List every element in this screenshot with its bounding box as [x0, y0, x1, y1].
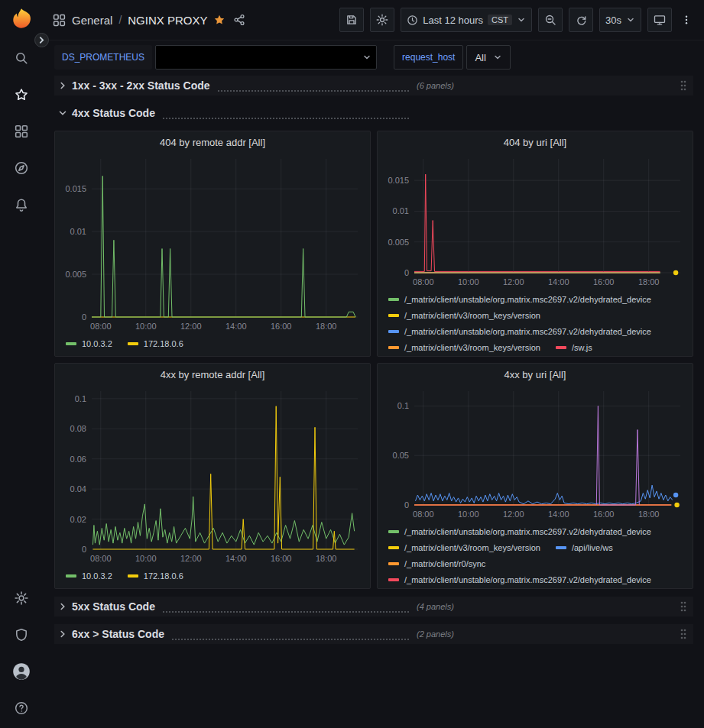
panel-title[interactable]: 4xx by uri [All]	[382, 364, 688, 385]
apps-grid-icon	[53, 14, 66, 27]
row-4xx[interactable]: 4xx Status Code	[54, 103, 693, 123]
chevron-down-icon	[517, 15, 526, 24]
timeseries-chart[interactable]: 00.0050.010.01508:0010:0012:0014:0016:00…	[60, 153, 365, 335]
variable-value-ds-prometheus[interactable]	[155, 45, 377, 70]
more-options-button[interactable]	[678, 8, 695, 32]
timeseries-chart[interactable]: 00.020.040.060.080.108:0010:0012:0014:00…	[60, 385, 365, 568]
save-dashboard-button[interactable]	[339, 8, 364, 32]
sidebar-item-alerting[interactable]	[0, 186, 42, 223]
row-6xx[interactable]: 6xx > Status Code (2 panels)	[54, 624, 693, 644]
legend-item[interactable]: /_matrix/client/r0/sync	[388, 558, 485, 570]
variable-value-request-host[interactable]: All	[466, 45, 510, 70]
legend-color-mark	[388, 530, 399, 533]
svg-text:12:00: 12:00	[503, 277, 524, 286]
sidebar-item-help[interactable]	[0, 690, 42, 726]
breadcrumb-folder[interactable]: General	[72, 14, 112, 27]
breadcrumb: General / NGINX PROXY	[53, 14, 245, 27]
variable-label-ds-prometheus[interactable]: DS_PROMETHEUS	[54, 45, 152, 70]
refresh-button[interactable]	[569, 8, 593, 32]
chart-legend: 10.0.3.2172.18.0.6	[60, 568, 365, 587]
row-title: 4xx Status Code	[72, 107, 155, 119]
legend-color-mark	[388, 298, 399, 301]
grafana-logo[interactable]	[0, 0, 42, 40]
legend-item[interactable]: /_matrix/client/v3/room_keys/version	[388, 309, 540, 322]
help-icon	[15, 701, 28, 715]
legend-item[interactable]: /_matrix/client/v3/room_keys/version	[388, 341, 540, 354]
dashboard-settings-button[interactable]	[370, 8, 394, 32]
panel-title[interactable]: 404 by uri [All]	[382, 131, 688, 153]
time-range-label: Last 12 hours	[423, 15, 483, 26]
time-range-picker[interactable]: Last 12 hours CST	[401, 8, 532, 32]
legend-item[interactable]: /sw.js	[556, 341, 592, 354]
variable-label-request-host[interactable]: request_host	[394, 45, 463, 70]
drag-handle[interactable]	[680, 79, 687, 92]
legend-item[interactable]: 10.0.3.2	[66, 570, 112, 582]
timeseries-chart[interactable]: 00.050.108:0010:0012:0014:0016:0018:00	[382, 385, 688, 523]
panel-title[interactable]: 404 by remote addr [All]	[60, 131, 365, 153]
legend-color-mark	[388, 546, 399, 549]
refresh-interval-label: 30s	[605, 15, 621, 26]
variables-bar: DS_PROMETHEUS request_host All	[42, 40, 704, 74]
legend-color-mark	[128, 574, 138, 578]
svg-text:18:00: 18:00	[638, 277, 660, 286]
legend-item[interactable]: /_matrix/client/unstable/org.matrix.msc2…	[388, 574, 651, 586]
legend-label: /_matrix/client/r0/sync	[404, 558, 485, 570]
drag-handle[interactable]	[680, 600, 687, 613]
legend-label: /_matrix/client/unstable/org.matrix.msc2…	[404, 574, 651, 586]
legend-item[interactable]: /_matrix/client/v3/room_keys/version	[388, 542, 540, 554]
legend-item[interactable]: /_matrix/client/unstable/org.matrix.msc2…	[388, 325, 651, 338]
sidebar-item-dashboards[interactable]	[0, 113, 42, 150]
legend-item[interactable]: 172.18.0.6	[128, 570, 183, 582]
legend-item[interactable]: /_matrix/client/unstable/org.matrix.msc2…	[388, 526, 651, 538]
legend-label: 172.18.0.6	[144, 570, 183, 582]
svg-text:16:00: 16:00	[593, 277, 615, 286]
share-icon[interactable]	[233, 14, 245, 26]
sidebar-item-search[interactable]	[0, 40, 42, 76]
row-title: 6xx > Status Code	[72, 628, 164, 640]
legend-item[interactable]: 10.0.3.2	[66, 338, 112, 350]
row-1xx-3xx-2xx[interactable]: 1xx - 3xx - 2xx Status Code (6 panels)	[54, 76, 693, 95]
panel-title[interactable]: 4xx by remote addr [All]	[60, 364, 365, 385]
chevron-down-icon	[362, 53, 371, 62]
row-header: 5xx Status Code	[57, 600, 417, 613]
legend-item[interactable]: /api/live/ws	[556, 542, 613, 554]
tv-mode-button[interactable]	[647, 8, 672, 32]
legend-label: /_matrix/client/unstable/org.matrix.msc2…	[404, 526, 651, 538]
svg-text:18:00: 18:00	[316, 554, 337, 563]
timezone-badge: CST	[488, 15, 512, 25]
svg-text:10:00: 10:00	[458, 510, 479, 519]
sidebar-item-starred[interactable]	[0, 76, 42, 113]
svg-text:16:00: 16:00	[271, 322, 292, 331]
timeseries-chart[interactable]: 00.0050.010.01508:0010:0012:0014:0016:00…	[382, 153, 688, 291]
variable-selected-value: All	[475, 52, 485, 63]
zoom-out-time-button[interactable]	[538, 8, 563, 32]
svg-text:0: 0	[82, 312, 86, 322]
dashboard-canvas: 1xx - 3xx - 2xx Status Code (6 panels) 4…	[42, 74, 704, 728]
legend-color-mark	[388, 578, 399, 581]
svg-text:0.1: 0.1	[75, 394, 86, 403]
legend-label: /_matrix/client/unstable/org.matrix.msc2…	[404, 293, 651, 306]
svg-text:0.1: 0.1	[397, 401, 409, 410]
tv-icon	[654, 14, 666, 26]
chevron-down-icon	[57, 108, 68, 118]
favorite-star-icon[interactable]	[213, 14, 225, 26]
legend-item[interactable]: /_matrix/client/unstable/org.matrix.msc2…	[388, 293, 651, 306]
dashboards-grid-icon	[15, 125, 28, 138]
legend-color-mark	[556, 346, 566, 349]
sidebar-item-explore[interactable]	[0, 150, 42, 186]
sidebar-item-server-admin[interactable]	[0, 616, 42, 653]
legend-item[interactable]: 172.18.0.6	[128, 338, 183, 350]
row-5xx[interactable]: 5xx Status Code (4 panels)	[54, 597, 693, 616]
legend-color-mark	[388, 330, 399, 333]
svg-text:08:00: 08:00	[90, 322, 112, 331]
legend-label: /_matrix/client/unstable/org.matrix.msc2…	[404, 325, 651, 338]
legend-label: 10.0.3.2	[82, 570, 112, 582]
svg-text:14:00: 14:00	[548, 510, 569, 519]
sidebar-expand-button[interactable]	[34, 33, 49, 47]
sidebar-item-settings[interactable]	[0, 580, 42, 616]
refresh-interval-picker[interactable]: 30s	[599, 8, 641, 32]
legend-label: /_matrix/client/v3/room_keys/version	[404, 309, 540, 322]
drag-handle[interactable]	[680, 628, 687, 640]
sidebar-item-profile[interactable]	[0, 653, 42, 690]
row-panel-count: (6 panels)	[417, 81, 454, 90]
